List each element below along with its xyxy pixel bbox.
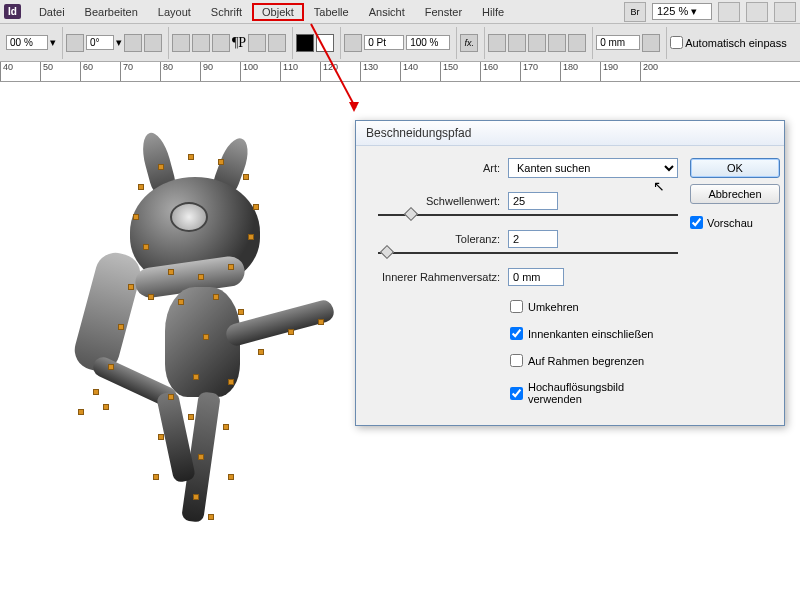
threshold-label: Schwellenwert: (370, 195, 500, 207)
placed-image[interactable] (20, 122, 360, 582)
tolerance-slider[interactable] (378, 252, 678, 254)
menubar: Id Datei Bearbeiten Layout Schrift Objek… (0, 0, 800, 24)
menu-hilfe[interactable]: Hilfe (472, 3, 514, 21)
paragraph-style-icon[interactable]: ¶P (232, 35, 246, 51)
scale-input[interactable] (406, 35, 450, 50)
control-toolbar: ▾ ▾ ¶P fx. Automatisch ein (0, 24, 800, 62)
autofit-label: Automatisch einpass (685, 37, 787, 49)
clipping-path-dialog: Beschneidungspfad Art: Kanten suchen Sch… (355, 120, 785, 426)
invert-label: Umkehren (528, 301, 579, 313)
hires-checkbox[interactable] (510, 387, 523, 400)
bridge-button[interactable]: Br (624, 2, 646, 22)
tool-icon[interactable] (268, 34, 286, 52)
inner-edges-checkbox[interactable] (510, 327, 523, 340)
tool-icon[interactable] (192, 34, 210, 52)
tolerance-input[interactable] (508, 230, 558, 248)
fill-swatch[interactable] (296, 34, 314, 52)
wrap-icon[interactable] (488, 34, 506, 52)
fx-icon[interactable]: fx. (460, 34, 478, 52)
threshold-slider[interactable] (378, 214, 678, 216)
autofit-checkbox[interactable] (670, 36, 683, 49)
dropdown-icon[interactable]: ▾ (50, 36, 56, 49)
wrap-icon[interactable] (528, 34, 546, 52)
menu-schrift[interactable]: Schrift (201, 3, 252, 21)
dialog-title: Beschneidungspfad (356, 121, 784, 146)
dropdown-icon[interactable]: ▾ (116, 36, 122, 49)
menu-fenster[interactable]: Fenster (415, 3, 472, 21)
angle-input[interactable] (86, 35, 114, 50)
app-icon: Id (4, 4, 21, 19)
opacity-input[interactable] (6, 35, 48, 50)
tool-icon[interactable] (172, 34, 190, 52)
cursor-icon: ↖ (653, 178, 665, 194)
flip-h-icon[interactable] (124, 34, 142, 52)
tool-icon[interactable] (642, 34, 660, 52)
type-select[interactable]: Kanten suchen (508, 158, 678, 178)
wrap-icon[interactable] (568, 34, 586, 52)
limit-frame-label: Auf Rahmen begrenzen (528, 355, 644, 367)
hires-label: Hochauflösungsbild verwenden (528, 381, 678, 405)
wrap-icon[interactable] (548, 34, 566, 52)
menu-layout[interactable]: Layout (148, 3, 201, 21)
annotation-arrow-head (349, 102, 359, 112)
inner-edges-label: Innenkanten einschließen (528, 328, 653, 340)
offset-input[interactable] (596, 35, 640, 50)
zoom-select[interactable]: 125 % ▾ (652, 3, 712, 20)
preview-checkbox[interactable] (690, 216, 703, 229)
inset-input[interactable] (508, 268, 564, 286)
tool-icon[interactable] (248, 34, 266, 52)
menu-objekt[interactable]: Objekt (252, 3, 304, 21)
menu-bearbeiten[interactable]: Bearbeiten (75, 3, 148, 21)
threshold-input[interactable] (508, 192, 558, 210)
limit-frame-checkbox[interactable] (510, 354, 523, 367)
invert-checkbox[interactable] (510, 300, 523, 313)
ok-button[interactable]: OK (690, 158, 780, 178)
stroke-weight-input[interactable] (364, 35, 404, 50)
workspace-icon[interactable] (774, 2, 796, 22)
tool-icon[interactable] (212, 34, 230, 52)
preview-label: Vorschau (707, 217, 753, 229)
rotate-icon[interactable] (66, 34, 84, 52)
inset-label: Innerer Rahmenversatz: (370, 271, 500, 283)
menu-extras: Br 125 % ▾ (624, 2, 796, 22)
tolerance-label: Toleranz: (370, 233, 500, 245)
flip-v-icon[interactable] (144, 34, 162, 52)
menu-ansicht[interactable]: Ansicht (359, 3, 415, 21)
wrap-icon[interactable] (508, 34, 526, 52)
screen-mode-icon[interactable] (718, 2, 740, 22)
menu-tabelle[interactable]: Tabelle (304, 3, 359, 21)
menu-datei[interactable]: Datei (29, 3, 75, 21)
type-label: Art: (370, 162, 500, 174)
arrange-icon[interactable] (746, 2, 768, 22)
stroke-icon[interactable] (344, 34, 362, 52)
cancel-button[interactable]: Abbrechen (690, 184, 780, 204)
horizontal-ruler: 4050607080901001101201301401501601701801… (0, 62, 800, 82)
